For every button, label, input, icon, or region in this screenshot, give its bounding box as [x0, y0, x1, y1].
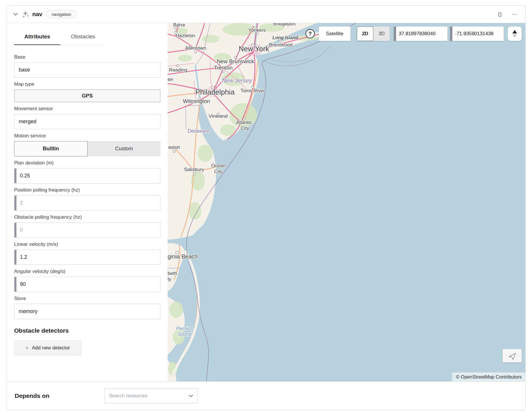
chevron-down-icon [189, 395, 193, 397]
resource-name: nav [32, 11, 42, 18]
code-json-button[interactable]: {} [496, 10, 504, 18]
svg-text:New York: New York [239, 45, 269, 53]
step-up-icon[interactable] [512, 30, 517, 33]
obstacle-polling-label: Obstacle polling frequency (hz) [14, 214, 160, 220]
svg-text:New Brunswick: New Brunswick [217, 58, 254, 64]
obstacle-polling-input[interactable] [14, 222, 160, 238]
plan-deviation-input[interactable] [14, 168, 160, 183]
overflow-menu-button[interactable]: ⋯ [511, 10, 518, 19]
plus-icon: + [25, 345, 29, 351]
plan-deviation-input-field[interactable] [16, 168, 160, 183]
sparkles-icon [21, 10, 29, 18]
map-type-label: Map type [14, 81, 160, 87]
map-canvas[interactable]: BarreHazletonterYonkersBridgeportLong Is… [168, 23, 525, 381]
position-polling-input[interactable] [14, 195, 160, 211]
map[interactable]: BarreHazletonterYonkersBridgeportLong Is… [168, 23, 525, 381]
movement-sensor-input[interactable] [14, 114, 160, 129]
base-input-field[interactable] [14, 63, 160, 77]
svg-text:beth: beth [168, 271, 177, 276]
svg-text:Vineland: Vineland [209, 113, 228, 119]
card-header: nav navigation {} ⋯ [7, 5, 525, 23]
svg-text:Bridgeport: Bridgeport [273, 23, 296, 27]
number-accent-bar [450, 27, 452, 41]
movement-sensor-input-field[interactable] [14, 114, 160, 129]
position-polling-label: Position polling frequency (hz) [14, 187, 160, 193]
map-attribution: © OpenStreetMap Contributors [452, 372, 525, 381]
svg-text:Brentwood: Brentwood [269, 42, 292, 48]
svg-text:Ocean: Ocean [211, 163, 226, 168]
number-accent-bar [14, 196, 16, 210]
svg-text:Delaware: Delaware [188, 128, 209, 134]
recenter-button[interactable] [503, 349, 522, 362]
number-accent-bar [14, 223, 16, 237]
latitude-input[interactable] [394, 27, 447, 41]
help-icon[interactable]: ? [306, 29, 315, 38]
motion-service-toggle: Builtin Custom [14, 141, 160, 156]
svg-text:Long Island: Long Island [272, 35, 299, 40]
plan-deviation-label: Plan deviation (m) [14, 160, 160, 166]
svg-text:aston: aston [168, 145, 180, 150]
store-input-field[interactable] [14, 304, 160, 319]
number-accent-bar [394, 27, 396, 41]
obstacle-polling-input-field[interactable] [16, 223, 160, 237]
depends-on-bar: Depends on Search resources [7, 381, 525, 410]
svg-text:ginia Beach: ginia Beach [168, 253, 198, 260]
base-input[interactable] [14, 62, 160, 78]
navigate-arrow-icon [507, 351, 517, 360]
position-polling-input-field[interactable] [16, 196, 160, 210]
svg-text:Sound: Sound [178, 332, 191, 337]
linear-velocity-input[interactable] [14, 250, 160, 265]
map-dimension-toggle: 2D 3D [357, 27, 390, 41]
svg-text:Hazleton: Hazleton [176, 33, 195, 38]
number-accent-bar [14, 277, 16, 292]
angular-velocity-label: Angular velocity (deg/s) [14, 269, 160, 274]
angular-velocity-input-field[interactable] [16, 277, 160, 292]
svg-text:Pamlico: Pamlico [176, 326, 193, 331]
depends-on-select[interactable]: Search resources [104, 388, 198, 403]
svg-text:Atlantic: Atlantic [236, 120, 252, 125]
step-down-icon[interactable] [512, 34, 517, 38]
svg-text:City: City [214, 169, 223, 174]
store-label: Store [14, 296, 160, 301]
config-panel: Attributes Obstacles Base Map type GPS M… [7, 23, 168, 381]
map-type-gps-button[interactable]: GPS [14, 89, 160, 102]
svg-text:New Jersey: New Jersey [222, 77, 252, 84]
number-accent-bar [14, 168, 16, 183]
add-detector-button[interactable]: + Add new detector [14, 340, 81, 355]
svg-text:Yonkers: Yonkers [248, 27, 266, 33]
movement-sensor-label: Movement sensor [14, 106, 160, 112]
collapse-chevron-icon[interactable] [12, 11, 18, 17]
map-3d-button[interactable]: 3D [373, 27, 390, 41]
latitude-input-field[interactable] [396, 27, 447, 41]
depends-on-label: Depends on [15, 392, 104, 399]
svg-text:Toms River: Toms River [241, 88, 265, 93]
svg-text:Reading: Reading [169, 67, 187, 73]
linear-velocity-input-field[interactable] [16, 250, 160, 265]
resource-card: nav navigation {} ⋯ Attributes Obstacles… [7, 5, 526, 410]
store-input[interactable] [14, 304, 160, 319]
satellite-toggle-button[interactable]: Satellite [319, 27, 351, 41]
linear-velocity-label: Linear velocity (m/s) [14, 241, 160, 247]
longitude-input-field[interactable] [452, 27, 504, 41]
content-row: Attributes Obstacles Base Map type GPS M… [7, 23, 525, 381]
zoom-stepper[interactable] [508, 27, 522, 41]
tab-bar: Attributes Obstacles [14, 31, 106, 45]
tab-attributes[interactable]: Attributes [14, 31, 60, 45]
svg-text:Trenton: Trenton [214, 65, 233, 71]
svg-text:Philadelphia: Philadelphia [195, 88, 235, 96]
svg-text:Allentown: Allentown [185, 45, 206, 51]
svg-text:ty: ty [168, 276, 172, 282]
base-label: Base [14, 54, 160, 60]
obstacle-detectors-heading: Obstacle detectors [14, 327, 160, 334]
motion-service-label: Motion service [14, 133, 160, 139]
map-2d-button[interactable]: 2D [357, 27, 373, 41]
motion-service-custom[interactable]: Custom [88, 141, 161, 156]
tab-obstacles[interactable]: Obstacles [60, 31, 106, 45]
angular-velocity-input[interactable] [14, 277, 160, 292]
longitude-input[interactable] [450, 27, 504, 41]
resource-type-badge: navigation [46, 10, 76, 18]
svg-text:City: City [241, 126, 249, 131]
svg-text:Wilmington: Wilmington [183, 98, 210, 104]
svg-text:Barre: Barre [173, 23, 185, 28]
motion-service-builtin[interactable]: Builtin [14, 141, 88, 156]
